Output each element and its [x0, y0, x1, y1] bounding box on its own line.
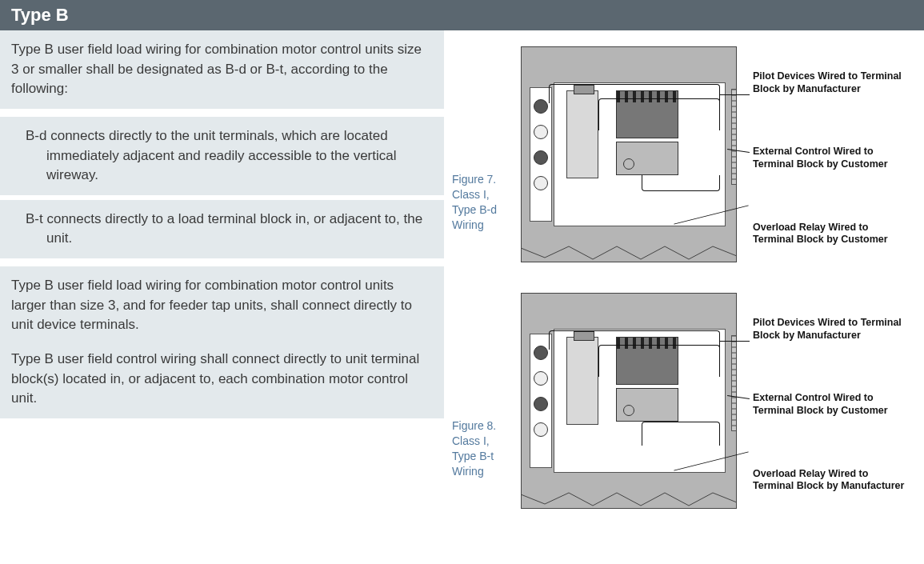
figure-8-caption: Figure 8. Class I, Type B-t Wiring — [452, 418, 511, 479]
pilot-devices-icon — [530, 87, 552, 222]
fig8-l2: Class I, — [452, 434, 511, 449]
figure-8-labels: Pilot Devices Wired to Terminal Block by… — [743, 293, 911, 509]
fig7-label-top: Pilot Devices Wired to Terminal Block by… — [743, 70, 911, 95]
fig8-l1: Figure 8. — [452, 418, 511, 434]
fig7-l4: Wiring — [452, 218, 511, 233]
wire-icon — [642, 422, 720, 446]
wire-icon — [598, 98, 720, 130]
fig7-label-bot: Overload Relay Wired to Terminal Block b… — [743, 222, 911, 246]
fig8-label-top: Pilot Devices Wired to Terminal Block by… — [743, 317, 911, 342]
fig7-label-mid: External Control Wired to Terminal Block… — [743, 146, 911, 170]
figure-8-diagram-wrap: Pilot Devices Wired to Terminal Block by… — [521, 293, 911, 509]
bt-block: B-t connects directly to a load terminal… — [0, 200, 444, 258]
pilot-devices-icon — [530, 334, 552, 468]
right-column: Figure 7. Class I, Type B-d Wiring — [444, 30, 924, 509]
overload-relay-icon — [616, 388, 678, 422]
lower-block: Type B user field load wiring for combin… — [0, 266, 444, 418]
left-column: Type B user field load wiring for combin… — [0, 30, 444, 418]
fig7-l3: Type B-d — [452, 202, 511, 218]
fig7-l2: Class I, — [452, 187, 511, 202]
spacer — [0, 258, 444, 266]
torn-edge-icon — [521, 485, 737, 509]
pilot-button-icon — [534, 176, 548, 190]
pilot-button-icon — [534, 397, 548, 411]
pilot-button-icon — [534, 371, 548, 386]
terminal-block-icon — [731, 89, 737, 185]
pilot-button-icon — [534, 150, 548, 165]
fig8-l4: Wiring — [452, 464, 511, 479]
torn-edge-icon — [521, 238, 737, 262]
wire-icon — [642, 175, 720, 191]
content-row: Type B user field load wiring for combin… — [0, 30, 924, 509]
fig8-label-mid: External Control Wired to Terminal Block… — [743, 392, 911, 417]
wire-icon — [598, 345, 720, 377]
overload-relay-icon — [616, 142, 678, 175]
leader-line-icon — [719, 94, 750, 95]
figure-7-row: Figure 7. Class I, Type B-d Wiring — [452, 46, 918, 262]
figure-8-diagram — [521, 293, 737, 509]
section-header: Type B — [0, 0, 924, 30]
fig8-l3: Type B-t — [452, 449, 511, 464]
terminal-block-icon — [731, 335, 737, 431]
pilot-button-icon — [534, 422, 548, 437]
figure-7-diagram — [521, 46, 737, 262]
bd-text: B-d connects directly to the unit termin… — [26, 128, 397, 182]
intro-text: Type B user field load wiring for combin… — [11, 42, 422, 96]
para1: Type B user field load wiring for combin… — [11, 276, 430, 335]
leader-line-icon — [719, 341, 750, 342]
figure-7-diagram-wrap: Pilot Devices Wired to Terminal Block by… — [521, 46, 911, 262]
figure-7-labels: Pilot Devices Wired to Terminal Block by… — [743, 46, 911, 262]
bd-block: B-d connects directly to the unit termin… — [0, 117, 444, 195]
bt-text: B-t connects directly to a load terminal… — [26, 211, 422, 246]
section-title: Type B — [11, 5, 69, 25]
pilot-button-icon — [534, 99, 548, 114]
intro-block: Type B user field load wiring for combin… — [0, 30, 444, 109]
pilot-button-icon — [534, 125, 548, 139]
breaker-icon — [566, 90, 598, 178]
fig7-l1: Figure 7. — [452, 172, 511, 187]
fig8-label-bot: Overload Relay Wired to Terminal Block b… — [743, 468, 911, 493]
breaker-icon — [566, 337, 598, 425]
para2: Type B user field control wiring shall c… — [11, 350, 430, 409]
figure-8-row: Figure 8. Class I, Type B-t Wiring — [452, 293, 918, 509]
pilot-button-icon — [534, 346, 548, 360]
figure-7-caption: Figure 7. Class I, Type B-d Wiring — [452, 172, 511, 233]
spacer — [0, 109, 444, 117]
